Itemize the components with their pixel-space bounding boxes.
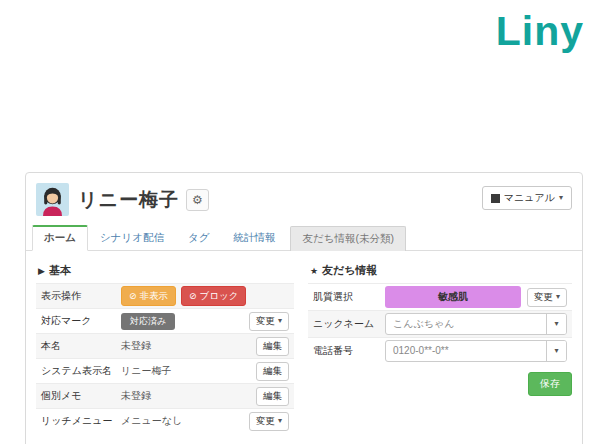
edit-real-name-button[interactable]: 編集	[256, 337, 289, 356]
card-content: ▶基本 表示操作 ⊘ 非表示 ⊘ ブロック 対応マーク 対応済み 変更 ▾	[26, 251, 582, 444]
hide-button-label: 非表示	[140, 290, 169, 303]
friend-info-heading-label: 友だち情報	[322, 264, 378, 276]
row-skin-type: 肌質選択 敏感肌 変更 ▾	[308, 283, 572, 310]
phone-dropdown-button[interactable]: ▾	[546, 341, 566, 361]
row-nickname: ニックネーム こんぶちゃん ▾	[308, 310, 572, 337]
triangle-right-icon: ▶	[38, 266, 45, 276]
phone-input[interactable]: 0120-0**-0**	[386, 341, 546, 361]
caret-down-icon: ▾	[559, 194, 563, 202]
phone-combobox: 0120-0**-0** ▾	[385, 340, 567, 362]
caret-down-icon: ▾	[278, 317, 282, 325]
manual-button[interactable]: マニュアル ▾	[482, 186, 572, 210]
tab-stats[interactable]: 統計情報	[221, 225, 287, 251]
basic-heading: ▶基本	[36, 258, 294, 283]
tab-home[interactable]: ホーム	[32, 225, 88, 251]
save-button[interactable]: 保存	[528, 372, 572, 396]
friend-info-heading: ★友だち情報	[308, 258, 572, 283]
edit-memo-button[interactable]: 編集	[256, 387, 289, 406]
tags-section: ★タグ [20代] [新宿店]	[36, 433, 294, 444]
hide-button[interactable]: ⊘ 非表示	[121, 286, 176, 306]
tab-tag[interactable]: タグ	[176, 225, 222, 251]
field-label: 電話番号	[313, 344, 385, 358]
basic-section: ▶基本 表示操作 ⊘ 非表示 ⊘ ブロック 対応マーク 対応済み 変更 ▾	[36, 258, 294, 444]
row-support-mark: 対応マーク 対応済み 変更 ▾	[36, 308, 294, 333]
field-label: 対応マーク	[41, 314, 121, 328]
change-button-label: 変更	[256, 415, 275, 428]
change-button-label: 変更	[256, 315, 275, 328]
save-row: 保存	[308, 364, 572, 396]
block-button[interactable]: ⊘ ブロック	[181, 286, 246, 306]
field-value: リニー梅子	[121, 364, 256, 378]
nickname-input[interactable]: こんぶちゃん	[386, 314, 546, 334]
row-phone-number: 電話番号 0120-0**-0** ▾	[308, 337, 572, 364]
field-value: メニューなし	[121, 414, 249, 428]
caret-down-icon: ▾	[556, 293, 560, 301]
tab-scenario[interactable]: シナリオ配信	[88, 225, 176, 251]
row-real-name: 本名 未登録 編集	[36, 333, 294, 358]
caret-down-icon: ▾	[554, 347, 558, 355]
skin-type-badge: 敏感肌	[385, 286, 521, 308]
avatar-image	[36, 183, 69, 216]
avatar	[36, 183, 69, 216]
caret-down-icon: ▾	[278, 417, 282, 425]
change-skin-type-button[interactable]: 変更 ▾	[527, 288, 567, 307]
tab-friend-info-unclassified[interactable]: 友だち情報(未分類)	[290, 226, 406, 251]
friend-detail-card: リニー梅子 ⚙ マニュアル ▾ ホーム シナリオ配信 タグ 統計情報 友だち情報…	[25, 172, 583, 444]
tab-bar: ホーム シナリオ配信 タグ 統計情報 友だち情報(未分類)	[26, 225, 582, 251]
field-label: 肌質選択	[313, 290, 385, 304]
gear-icon: ⚙	[192, 193, 203, 207]
manual-icon	[491, 194, 500, 203]
eye-slash-icon: ⊘	[129, 292, 137, 301]
change-rich-menu-button[interactable]: 変更 ▾	[249, 412, 289, 431]
friend-info-section: ★友だち情報 肌質選択 敏感肌 変更 ▾ ニックネーム こんぶちゃん ▾ 電話番…	[308, 258, 572, 444]
row-rich-menu: リッチメニュー メニューなし 変更 ▾	[36, 408, 294, 433]
block-button-label: ブロック	[200, 290, 239, 303]
row-display-operations: 表示操作 ⊘ 非表示 ⊘ ブロック	[36, 283, 294, 308]
star-icon: ★	[310, 266, 318, 276]
field-value: 未登録	[121, 389, 256, 403]
field-label: リッチメニュー	[41, 414, 121, 428]
settings-button[interactable]: ⚙	[186, 189, 209, 211]
page-title: リニー梅子	[78, 187, 179, 213]
field-label: 本名	[41, 339, 121, 353]
field-label: ニックネーム	[313, 317, 385, 331]
field-label: システム表示名	[41, 364, 121, 378]
card-header: リニー梅子 ⚙ マニュアル ▾	[26, 173, 582, 216]
change-support-mark-button[interactable]: 変更 ▾	[249, 312, 289, 331]
row-system-display-name: システム表示名 リニー梅子 編集	[36, 358, 294, 383]
status-badge: 対応済み	[121, 313, 175, 330]
field-value: 未登録	[121, 339, 256, 353]
liny-logo: Liny	[496, 8, 584, 55]
edit-system-name-button[interactable]: 編集	[256, 362, 289, 381]
basic-heading-label: 基本	[49, 264, 71, 276]
field-label: 表示操作	[41, 289, 121, 303]
nickname-combobox: こんぶちゃん ▾	[385, 313, 567, 335]
ban-icon: ⊘	[189, 292, 197, 301]
field-label: 個別メモ	[41, 389, 121, 403]
manual-button-label: マニュアル	[504, 191, 555, 205]
nickname-dropdown-button[interactable]: ▾	[546, 314, 566, 334]
caret-down-icon: ▾	[554, 320, 558, 328]
row-memo: 個別メモ 未登録 編集	[36, 383, 294, 408]
change-button-label: 変更	[534, 291, 553, 304]
